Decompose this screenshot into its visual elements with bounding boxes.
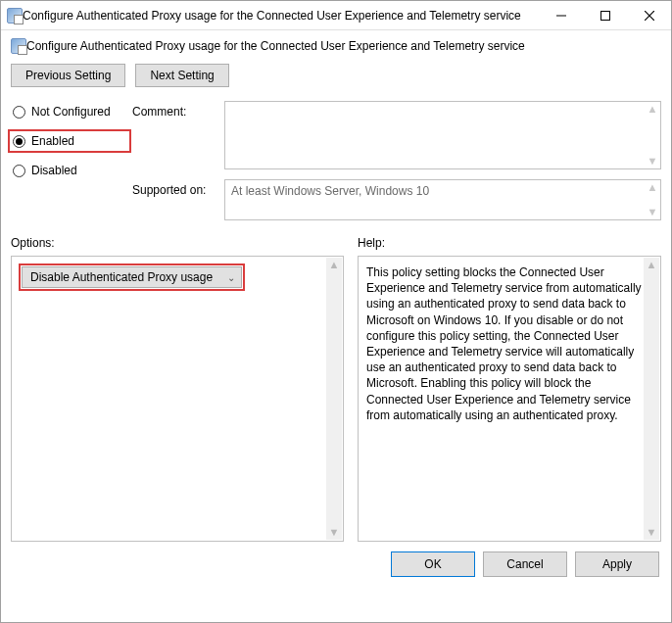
ok-button[interactable]: OK (391, 551, 475, 577)
svg-rect-1 (600, 11, 609, 20)
scroll-up-icon: ▲ (647, 258, 657, 272)
radio-label: Enabled (31, 134, 74, 148)
options-scrollbar[interactable]: ▲ ▼ (326, 258, 342, 540)
scroll-up-icon: ▲ (647, 104, 658, 115)
radio-not-configured[interactable]: Not Configured (11, 103, 128, 120)
radio-dot-icon (13, 165, 25, 177)
next-setting-button[interactable]: Next Setting (135, 64, 228, 87)
comment-textarea[interactable]: ▲ ▼ (224, 101, 661, 169)
window-controls (539, 1, 671, 29)
options-label: Options: (11, 236, 344, 250)
help-textbox[interactable]: This policy setting blocks the Connected… (358, 256, 661, 542)
radio-dot-icon (13, 106, 25, 119)
radio-enabled[interactable]: Enabled (11, 132, 128, 150)
help-scrollbar[interactable]: ▲ ▼ (644, 258, 659, 540)
cancel-button[interactable]: Cancel (483, 551, 567, 577)
lower-grid: Options: Disable Authenticated Proxy usa… (1, 228, 671, 542)
dropdown-value: Disable Authenticated Proxy usage (30, 270, 213, 284)
proxy-usage-dropdown[interactable]: Disable Authenticated Proxy usage ⌄ (22, 266, 242, 288)
dialog-footer: OK Cancel Apply (1, 542, 671, 587)
minimize-button[interactable] (539, 1, 583, 29)
nav-row: Previous Setting Next Setting (1, 60, 671, 97)
options-column: Options: Disable Authenticated Proxy usa… (11, 236, 344, 542)
radio-dot-icon (13, 135, 25, 148)
settings-grid: Not Configured Enabled Disabled Comment:… (1, 97, 671, 228)
supported-on-label: Supported on: (132, 179, 220, 228)
maximize-button[interactable] (583, 1, 627, 29)
scroll-up-icon: ▲ (329, 258, 340, 272)
state-radios: Not Configured Enabled Disabled (11, 101, 128, 228)
scroll-up-icon: ▲ (647, 182, 658, 193)
supported-on-box: At least Windows Server, Windows 10 ▲ ▼ (224, 179, 661, 220)
policy-header: Configure Authenticated Proxy usage for … (1, 30, 671, 60)
scroll-down-icon: ▼ (329, 525, 340, 540)
scroll-down-icon: ▼ (647, 525, 657, 540)
radio-label: Disabled (31, 164, 77, 177)
scroll-down-icon: ▼ (647, 156, 658, 167)
scroll-down-icon: ▼ (647, 207, 658, 217)
previous-setting-button[interactable]: Previous Setting (11, 64, 125, 87)
apply-button[interactable]: Apply (575, 551, 659, 577)
window-title: Configure Authenticated Proxy usage for … (23, 9, 539, 23)
policy-icon (11, 38, 26, 54)
help-label: Help: (358, 236, 661, 250)
policy-title: Configure Authenticated Proxy usage for … (26, 39, 525, 53)
help-text: This policy setting blocks the Connected… (366, 265, 642, 422)
supported-on-value: At least Windows Server, Windows 10 (231, 184, 429, 198)
chevron-down-icon: ⌄ (227, 272, 235, 283)
help-column: Help: This policy setting blocks the Con… (358, 236, 661, 542)
options-panel: Disable Authenticated Proxy usage ⌄ ▲ ▼ (11, 256, 344, 542)
titlebar: Configure Authenticated Proxy usage for … (1, 1, 671, 30)
comment-label: Comment: (132, 101, 220, 179)
radio-label: Not Configured (31, 105, 111, 119)
app-icon (7, 8, 23, 24)
close-button[interactable] (627, 1, 671, 29)
radio-disabled[interactable]: Disabled (11, 162, 128, 179)
